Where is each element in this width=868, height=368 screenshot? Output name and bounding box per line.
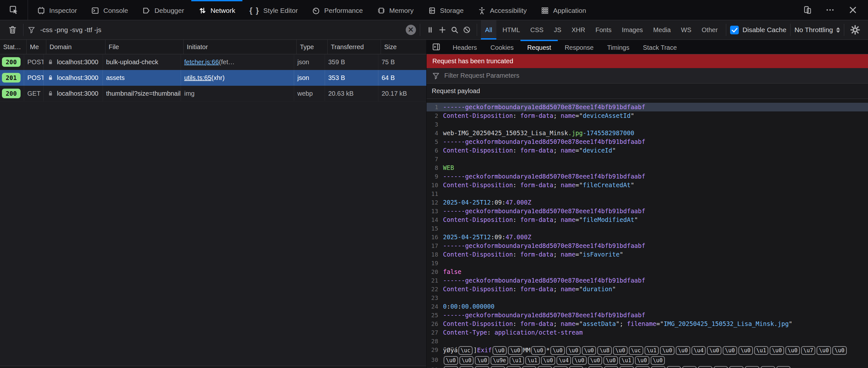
column-header-stat[interactable]: Stat… [0,40,27,54]
initiator-link[interactable]: fetcher.js:66 [184,59,219,66]
type-filter-xhr[interactable]: XHR [567,20,589,39]
request-table-header: Stat…MeDomainFileInitiatorTypeTransferre… [0,40,426,54]
payload-line: 27Content-Type: application/octet-stream [427,328,868,337]
payload-line: 31\u0\u0\u0\u0\u0\u0\u0\u0\u0"\u0\u0\u0\… [427,365,868,368]
payload-line: 240:00:00.000000 [427,302,868,311]
line-content: ------geckoformboundarya1ed8d5070e878eee… [438,241,868,250]
tab-debugger[interactable]: Debugger [135,0,191,20]
code-token: ; [553,251,561,258]
escaped-char-token: \u0 [541,356,556,365]
tab-application[interactable]: Application [534,0,593,20]
tab-network[interactable]: Network [191,0,242,20]
tab-console[interactable]: Console [84,0,135,20]
tab-performance[interactable]: Performance [305,0,370,20]
clear-requests-icon[interactable] [6,23,19,37]
request-payload-header[interactable]: Request payload [427,83,868,99]
domain-cell: localhost:3000 [44,86,103,101]
request-row[interactable]: 201POSTlocalhost:3000assetsutils.ts:65 (… [0,70,426,86]
payload-line: 10Content-Disposition: form-data; name="… [427,181,868,190]
payload-line: 1------geckoformboundarya1ed8d5070e878ee… [427,103,868,111]
type-filter-ws[interactable]: WS [677,20,695,39]
column-header-file[interactable]: File [105,40,184,54]
detail-tab-headers[interactable]: Headers [446,40,484,54]
code-token: * [546,346,550,354]
column-header-size[interactable]: Size [381,40,426,54]
escaped-char-token: \u0 [566,346,581,355]
payload-line: 11 [427,190,868,198]
type-filter-js[interactable]: JS [550,20,565,39]
type-filter-other[interactable]: Other [698,20,722,39]
column-header-transferred[interactable]: Transferred [328,40,381,54]
column-header-me[interactable]: Me [27,40,46,54]
collapse-details-pane-icon[interactable] [427,40,446,54]
payload-line: 15 [427,224,868,233]
type-filter-css[interactable]: CSS [526,20,548,39]
initiator-link[interactable]: utils.ts:65 [184,74,211,81]
payload-line: 7 [427,155,868,163]
pick-element-icon[interactable] [7,3,21,17]
escaped-char-token: \u0 [459,356,474,365]
code-token: application/octet-stream [494,329,583,336]
search-icon[interactable] [448,24,461,36]
detail-tab-timings[interactable]: Timings [600,40,636,54]
type-label: json [298,74,309,81]
escaped-char-token: \u8 [597,346,612,355]
line-content: \u0\u0\u0\u9e\u1\u1\u0\u4\u0\u0\u0\u1\u0… [438,356,868,365]
line-content: Content-Disposition: form-data; name="de… [438,146,868,155]
close-devtools-icon[interactable] [846,3,860,17]
request-row[interactable]: 200GETlocalhost:3000thumbnail?size=thumb… [0,86,426,101]
block-requests-icon[interactable] [461,24,473,36]
tab-storage[interactable]: Storage [421,0,471,20]
escaped-char-token: \u0 [475,366,489,368]
tab-inspector[interactable]: Inspector [30,0,84,20]
request-details-pane: HeadersCookiesRequestResponseTimingsStac… [427,40,868,368]
console-icon [91,6,99,15]
status-badge: 200 [2,89,21,98]
initiator-rest: (fet… [219,59,235,66]
detail-tab-response[interactable]: Response [558,40,600,54]
tab-accessibility[interactable]: Accessibility [471,0,534,20]
filter-request-parameters-input[interactable]: Filter Request Parameters [427,68,868,83]
toolbox-options-menu-icon[interactable] [824,3,837,16]
payload-line: 21------geckoformboundarya1ed8d5070e878e… [427,276,868,285]
disable-cache-toggle[interactable]: Disable Cache [730,26,787,34]
column-header-initiator[interactable]: Initiator [184,40,297,54]
responsive-design-mode-icon[interactable] [801,3,814,16]
throttling-select[interactable]: No Throttling [795,26,840,34]
request-row[interactable]: 200POSTlocalhost:3000bulk-upload-checkfe… [0,54,426,70]
code-token: form-data [520,147,553,154]
network-settings-gear-icon[interactable] [848,23,862,37]
type-filter-media[interactable]: Media [649,20,675,39]
payload-line: 8WEB [427,163,868,172]
type-filter-fonts[interactable]: Fonts [591,20,616,39]
pause-traffic-icon[interactable] [424,24,436,36]
tab-label: Application [553,7,586,14]
column-header-domain[interactable]: Domain [46,40,105,54]
code-token: name [561,251,576,258]
code-token: ; [553,286,561,293]
lock-icon [47,59,54,66]
type-filter-images[interactable]: Images [618,20,647,39]
request-type-filters: AllHTMLCSSJSXHRFontsImagesMediaWSOther [481,20,722,39]
detail-tab-cookies[interactable]: Cookies [484,40,521,54]
file-cell: assets [103,70,181,86]
disable-cache-checkbox[interactable] [730,26,739,34]
tab-style-editor[interactable]: { }Style Editor [242,0,305,20]
code-token: name [561,320,576,327]
new-request-icon[interactable] [436,24,448,36]
clear-filter-button[interactable]: ✕ [406,25,416,35]
url-filter-input[interactable]: -css -png -svg -ttf -js [27,26,406,34]
code-token: " [634,216,638,223]
detail-tab-stack-trace[interactable]: Stack Trace [636,40,684,54]
detail-tab-request[interactable]: Request [521,40,558,54]
inspector-icon [37,6,45,15]
column-header-type[interactable]: Type [297,40,328,54]
type-filter-all[interactable]: All [481,20,496,39]
line-number: 19 [427,259,438,267]
size-cell: 64 B [378,70,426,86]
payload-line: 13------geckoformboundarya1ed8d5070e878e… [427,207,868,215]
type-filter-html[interactable]: HTML [498,20,524,39]
code-token: ------geckoformboundarya1ed8d5070e878eee… [443,138,645,145]
tab-label: Network [211,7,235,14]
tab-memory[interactable]: Memory [370,0,421,20]
